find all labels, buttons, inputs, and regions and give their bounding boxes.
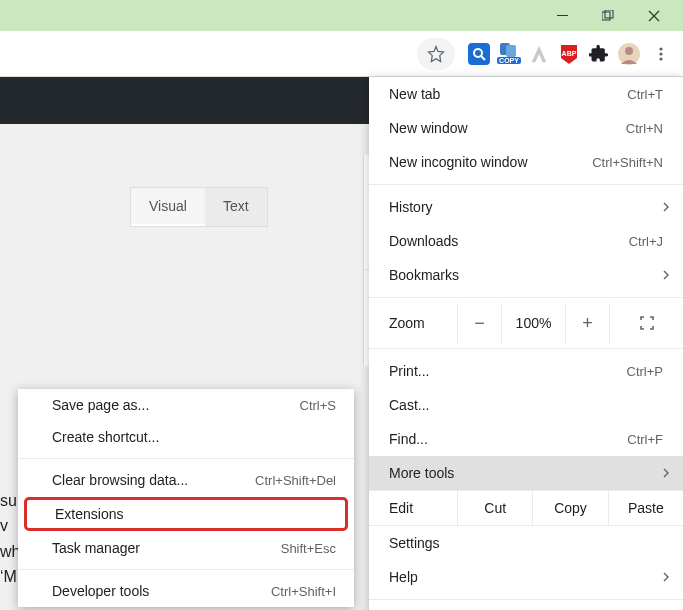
menu-separator [369,348,683,349]
menu-new-window[interactable]: New windowCtrl+N [369,111,683,145]
submenu-extensions[interactable]: Extensions [24,497,348,531]
menu-bookmarks[interactable]: Bookmarks [369,258,683,292]
menu-exit[interactable]: Exit [369,605,683,610]
menu-downloads[interactable]: DownloadsCtrl+J [369,224,683,258]
submenu-clear-data[interactable]: Clear browsing data...Ctrl+Shift+Del [18,464,354,496]
menu-edit-row: Edit Cut Copy Paste [369,490,683,526]
submenu-separator [18,458,354,459]
submenu-task-manager[interactable]: Task managerShift+Esc [18,532,354,564]
browser-toolbar: COPY ABP [0,31,683,77]
chrome-main-menu: New tabCtrl+T New windowCtrl+N New incog… [369,77,683,610]
chevron-right-icon [663,468,669,478]
star-icon[interactable] [427,45,445,63]
editor-tabs: Visual Text [130,187,268,227]
submenu-dev-tools[interactable]: Developer toolsCtrl+Shift+I [18,575,354,607]
menu-new-tab[interactable]: New tabCtrl+T [369,77,683,111]
window-close-button[interactable] [631,0,677,31]
window-minimize-button[interactable] [539,0,585,31]
extension-search-icon[interactable] [465,40,493,68]
submenu-save-page[interactable]: Save page as...Ctrl+S [18,389,354,421]
kebab-icon [653,46,669,62]
svg-point-12 [659,57,662,60]
svg-text:ABP: ABP [562,50,577,57]
svg-rect-0 [557,15,568,16]
chevron-right-icon [663,572,669,582]
window-maximize-button[interactable] [585,0,631,31]
menu-find[interactable]: Find...Ctrl+F [369,422,683,456]
menu-help[interactable]: Help [369,560,683,594]
window-titlebar [0,0,683,31]
submenu-separator [18,569,354,570]
fullscreen-icon [640,316,654,330]
menu-separator [369,599,683,600]
chevron-right-icon [663,202,669,212]
zoom-value: 100% [501,303,565,343]
tab-text[interactable]: Text [205,188,267,226]
svg-rect-3 [468,43,490,65]
edit-paste-button[interactable]: Paste [608,491,683,525]
extension-copy-icon[interactable]: COPY [495,40,523,68]
menu-separator [369,297,683,298]
menu-print[interactable]: Print...Ctrl+P [369,354,683,388]
menu-cast[interactable]: Cast... [369,388,683,422]
svg-rect-2 [605,10,613,18]
chevron-right-icon [663,270,669,280]
menu-new-incognito[interactable]: New incognito windowCtrl+Shift+N [369,145,683,179]
fullscreen-button[interactable] [609,303,683,343]
menu-more-tools[interactable]: More tools [369,456,683,490]
tab-visual[interactable]: Visual [131,188,205,226]
submenu-create-shortcut[interactable]: Create shortcut... [18,421,354,453]
omnibox-right[interactable] [417,38,455,70]
svg-point-9 [625,47,633,55]
menu-separator [369,184,683,185]
extensions-puzzle-icon[interactable] [585,40,613,68]
copy-badge-label: COPY [497,57,521,64]
edit-copy-button[interactable]: Copy [532,491,607,525]
zoom-out-button[interactable]: − [457,303,501,343]
extension-a-logo-icon[interactable] [525,40,553,68]
svg-point-11 [659,52,662,55]
extension-abp-icon[interactable]: ABP [555,40,583,68]
menu-history[interactable]: History [369,190,683,224]
profile-avatar-icon[interactable] [615,40,643,68]
edit-cut-button[interactable]: Cut [457,491,532,525]
svg-rect-1 [602,12,610,20]
chrome-menu-button[interactable] [645,38,677,70]
svg-point-10 [659,47,662,50]
more-tools-submenu: Save page as...Ctrl+S Create shortcut...… [18,389,354,607]
svg-rect-6 [506,45,516,57]
menu-settings[interactable]: Settings [369,526,683,560]
menu-zoom: Zoom − 100% + [369,303,683,343]
zoom-in-button[interactable]: + [565,303,609,343]
